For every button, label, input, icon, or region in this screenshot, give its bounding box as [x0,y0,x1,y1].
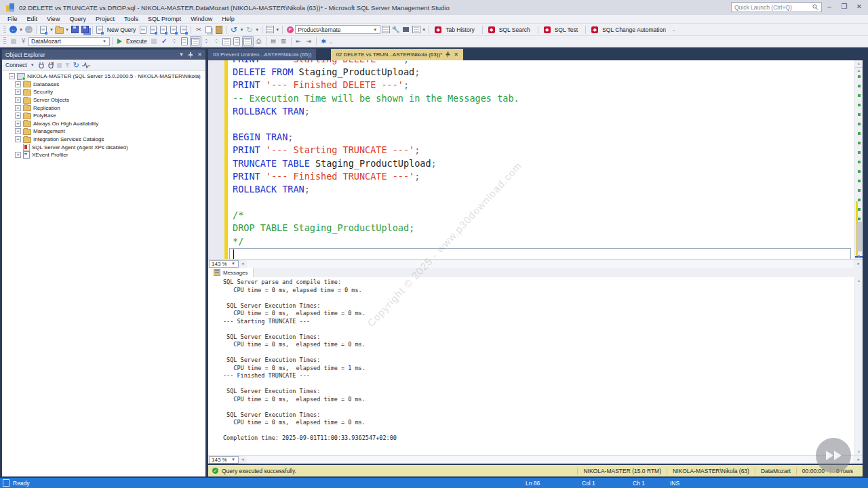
menu-file[interactable]: File [3,16,22,22]
close-icon[interactable]: ✕ [454,52,458,58]
scroll-left-icon[interactable]: ◂ [239,457,247,462]
results-grid-icon[interactable] [242,36,254,47]
snippet-icon[interactable] [401,24,411,35]
save-icon[interactable] [70,24,80,35]
scroll-down-icon[interactable]: ▼ [855,253,863,259]
pin-icon[interactable] [188,52,193,58]
messages-zoom-control[interactable]: 143 % ▼ [209,456,239,464]
live-query-stats-icon[interactable]: ⁘ [212,37,222,47]
pin-icon[interactable] [446,52,450,58]
scroll-up-icon[interactable]: ▲ [855,277,863,283]
copy-icon[interactable] [203,24,214,35]
tree-item-databases[interactable]: +Databases [2,81,205,89]
tree-item-nikola-master-sql-server-15-0-[interactable]: −NIKOLA-MASTER (SQL Server 15.0.2000.5 -… [2,73,205,81]
mdx-query-icon[interactable] [148,24,158,35]
toolbar-button-sql-search[interactable]: ◆SQL Search [485,26,536,33]
restore-button[interactable]: ❐ [837,0,852,12]
close-button[interactable]: ✕ [852,0,867,12]
toolbar-grip[interactable] [3,37,6,45]
database-combo[interactable]: DataMozart ▼ [28,37,110,46]
tab-messages[interactable]: Messages [208,268,254,277]
connect-caret-icon[interactable]: ▼ [31,63,35,67]
redo-icon[interactable]: ↻ [244,24,254,35]
tree-item-management[interactable]: +Management [2,127,205,136]
intellisense-icon[interactable] [190,36,201,47]
change-connection-icon[interactable]: ¥ [18,37,28,47]
toolbar-grip[interactable] [3,26,6,34]
prompt-options-icon[interactable] [411,24,421,35]
minimize-button[interactable]: – [822,0,837,12]
toolbar-extra-icon[interactable] [264,24,275,35]
parse-query-icon[interactable]: ✓ [159,37,170,47]
results-text-icon[interactable] [232,37,242,47]
window-menu-caret-icon[interactable]: ▼ [178,52,184,58]
menu-tools[interactable]: Tools [119,16,143,22]
redo-caret-icon[interactable]: ▼ [255,28,259,32]
comment-icon[interactable]: ▤ [269,37,279,47]
indent-icon[interactable]: ⇥ [304,37,314,47]
tree-expander-icon[interactable]: + [15,89,21,95]
estimated-plan-icon[interactable]: ⁘ [170,37,180,47]
sqlprompt-target-combo[interactable]: ProductAlternate ▼ [295,25,380,34]
menu-edit[interactable]: Edit [22,16,43,22]
filter-icon[interactable] [64,62,71,68]
toolbar-button-sql-test[interactable]: ◆SQL Test [540,26,584,33]
sql-prompt-icon[interactable]: P [285,24,295,35]
scroll-right-icon[interactable]: ▸ [854,261,863,266]
tree-expander-icon[interactable]: + [15,128,21,134]
tree-expander-icon[interactable]: + [15,105,21,111]
results-file-icon[interactable]: ⎙ [254,37,264,47]
toolbar-button-tab-history[interactable]: ◆Tab History [431,26,480,33]
tree-item-xevent-profiler[interactable]: +XEvent Profiler [2,151,205,159]
tree-item-polybase[interactable]: +PolyBase [2,112,205,120]
activity-monitor-icon[interactable] [82,62,90,68]
toolbar-overflow-icon[interactable]: ⌄ [330,39,333,44]
menu-sql-prompt[interactable]: SQL Prompt [143,16,186,22]
sqlcmd-mode-icon[interactable]: ✱ [319,37,329,47]
new-file-caret-icon[interactable]: ▼ [50,28,54,32]
object-explorer-header[interactable]: Object Explorer ▼ ✕ [2,49,205,60]
menu-query[interactable]: Query [64,16,91,22]
scroll-left-icon[interactable]: ◂ [239,261,247,266]
messages-vertical-scrollbar[interactable]: ▲ ▼ [854,277,863,455]
messages-hscroll-track[interactable] [247,456,854,464]
paste-icon[interactable] [214,24,224,35]
editor-hscroll-track[interactable] [247,260,854,268]
menu-window[interactable]: Window [186,16,217,22]
tree-expander-icon[interactable]: + [15,81,21,87]
tree-expander-icon[interactable]: + [15,152,21,158]
stop-icon[interactable] [57,63,62,68]
client-stats-icon[interactable] [222,37,232,47]
cut-icon[interactable]: ✂ [193,24,203,35]
undo-caret-icon[interactable]: ▼ [239,28,243,32]
scroll-up-icon[interactable]: ▲ [855,67,863,73]
tree-item-always-on-high-availability[interactable]: +Always On High Availability [2,120,205,128]
new-query-button[interactable]: New Query [107,26,136,33]
menu-view[interactable]: View [42,16,64,22]
open-file-caret-icon[interactable]: ▼ [65,28,69,32]
query-options-icon[interactable] [180,37,190,47]
code-analysis-icon[interactable]: 🔧 [391,24,401,35]
refresh-icon[interactable]: ↻ [73,62,79,69]
nav-back-icon[interactable]: ← [8,24,18,35]
dmx-query-icon[interactable] [158,24,168,35]
messages-pane[interactable]: SQL Server parse and compile time: CPU t… [208,277,863,455]
nav-forward-icon[interactable]: → [24,24,34,35]
save-all-icon[interactable] [80,24,90,35]
format-sql-icon[interactable] [380,24,391,35]
disconnect-icon[interactable] [47,62,54,69]
toolbar-extra-caret-icon[interactable]: ▼ [275,28,279,32]
tree-item-integration-services-catalogs[interactable]: +Integration Services Catalogs [2,136,205,144]
plug-icon[interactable] [38,62,45,69]
tree-expander-icon[interactable]: + [15,113,21,119]
nav-back-caret-icon[interactable]: ▼ [19,28,23,32]
tree-expander-icon[interactable]: + [15,121,21,127]
tree-item-replication[interactable]: +Replication [2,104,205,112]
menu-project[interactable]: Project [91,16,119,22]
code-editor[interactable]: PRINT '--- Starting DELETE ---';DELETE F… [208,60,863,259]
new-file-icon[interactable] [39,24,49,35]
tab-02-delete[interactable]: 02 DELETE vs TRUN...ASTER\Nikola (63))* … [331,49,462,60]
redgate-overflow-icon[interactable]: ⌄ [672,27,675,32]
tree-item-security[interactable]: +Security [2,88,205,96]
database-engine-query-icon[interactable] [138,24,148,35]
